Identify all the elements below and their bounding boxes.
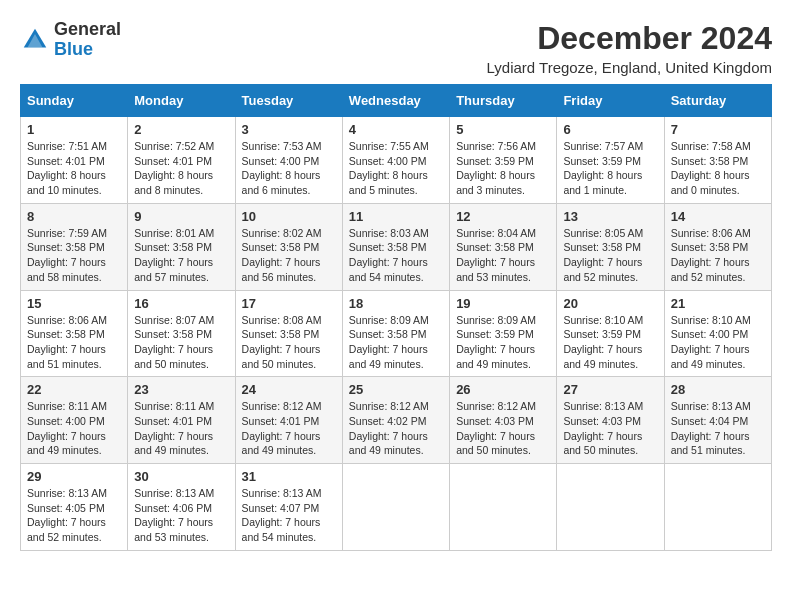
calendar-cell: 5Sunrise: 7:56 AMSunset: 3:59 PMDaylight… bbox=[450, 117, 557, 204]
calendar-cell bbox=[342, 464, 449, 551]
column-header-monday: Monday bbox=[128, 85, 235, 117]
calendar-cell: 26Sunrise: 8:12 AMSunset: 4:03 PMDayligh… bbox=[450, 377, 557, 464]
calendar-cell: 22Sunrise: 8:11 AMSunset: 4:00 PMDayligh… bbox=[21, 377, 128, 464]
day-info: Sunrise: 7:53 AMSunset: 4:00 PMDaylight:… bbox=[242, 139, 336, 198]
day-number: 8 bbox=[27, 209, 121, 224]
day-info: Sunrise: 8:03 AMSunset: 3:58 PMDaylight:… bbox=[349, 226, 443, 285]
day-info: Sunrise: 8:13 AMSunset: 4:05 PMDaylight:… bbox=[27, 486, 121, 545]
day-number: 28 bbox=[671, 382, 765, 397]
calendar-cell: 30Sunrise: 8:13 AMSunset: 4:06 PMDayligh… bbox=[128, 464, 235, 551]
logo-icon bbox=[20, 25, 50, 55]
logo: General Blue bbox=[20, 20, 121, 60]
day-number: 26 bbox=[456, 382, 550, 397]
day-number: 13 bbox=[563, 209, 657, 224]
day-info: Sunrise: 8:12 AMSunset: 4:02 PMDaylight:… bbox=[349, 399, 443, 458]
calendar-cell: 1Sunrise: 7:51 AMSunset: 4:01 PMDaylight… bbox=[21, 117, 128, 204]
title-section: December 2024 Lydiard Tregoze, England, … bbox=[487, 20, 772, 76]
day-number: 24 bbox=[242, 382, 336, 397]
day-number: 23 bbox=[134, 382, 228, 397]
calendar-cell: 19Sunrise: 8:09 AMSunset: 3:59 PMDayligh… bbox=[450, 290, 557, 377]
day-info: Sunrise: 7:55 AMSunset: 4:00 PMDaylight:… bbox=[349, 139, 443, 198]
calendar-cell: 18Sunrise: 8:09 AMSunset: 3:58 PMDayligh… bbox=[342, 290, 449, 377]
calendar-cell: 28Sunrise: 8:13 AMSunset: 4:04 PMDayligh… bbox=[664, 377, 771, 464]
calendar-cell: 7Sunrise: 7:58 AMSunset: 3:58 PMDaylight… bbox=[664, 117, 771, 204]
column-header-tuesday: Tuesday bbox=[235, 85, 342, 117]
day-info: Sunrise: 7:57 AMSunset: 3:59 PMDaylight:… bbox=[563, 139, 657, 198]
day-number: 16 bbox=[134, 296, 228, 311]
column-header-saturday: Saturday bbox=[664, 85, 771, 117]
day-info: Sunrise: 8:06 AMSunset: 3:58 PMDaylight:… bbox=[27, 313, 121, 372]
calendar-cell: 8Sunrise: 7:59 AMSunset: 3:58 PMDaylight… bbox=[21, 203, 128, 290]
day-number: 9 bbox=[134, 209, 228, 224]
calendar-cell: 4Sunrise: 7:55 AMSunset: 4:00 PMDaylight… bbox=[342, 117, 449, 204]
day-info: Sunrise: 8:13 AMSunset: 4:04 PMDaylight:… bbox=[671, 399, 765, 458]
logo-line1: General bbox=[54, 20, 121, 40]
calendar-cell: 29Sunrise: 8:13 AMSunset: 4:05 PMDayligh… bbox=[21, 464, 128, 551]
day-info: Sunrise: 7:56 AMSunset: 3:59 PMDaylight:… bbox=[456, 139, 550, 198]
column-header-sunday: Sunday bbox=[21, 85, 128, 117]
day-number: 22 bbox=[27, 382, 121, 397]
calendar-cell: 15Sunrise: 8:06 AMSunset: 3:58 PMDayligh… bbox=[21, 290, 128, 377]
day-info: Sunrise: 8:13 AMSunset: 4:03 PMDaylight:… bbox=[563, 399, 657, 458]
day-number: 19 bbox=[456, 296, 550, 311]
day-info: Sunrise: 8:12 AMSunset: 4:01 PMDaylight:… bbox=[242, 399, 336, 458]
day-info: Sunrise: 8:11 AMSunset: 4:01 PMDaylight:… bbox=[134, 399, 228, 458]
calendar-week-2: 8Sunrise: 7:59 AMSunset: 3:58 PMDaylight… bbox=[21, 203, 772, 290]
day-info: Sunrise: 8:12 AMSunset: 4:03 PMDaylight:… bbox=[456, 399, 550, 458]
day-info: Sunrise: 8:04 AMSunset: 3:58 PMDaylight:… bbox=[456, 226, 550, 285]
calendar-cell: 24Sunrise: 8:12 AMSunset: 4:01 PMDayligh… bbox=[235, 377, 342, 464]
logo-line2: Blue bbox=[54, 40, 121, 60]
calendar-week-4: 22Sunrise: 8:11 AMSunset: 4:00 PMDayligh… bbox=[21, 377, 772, 464]
calendar-cell: 14Sunrise: 8:06 AMSunset: 3:58 PMDayligh… bbox=[664, 203, 771, 290]
day-number: 17 bbox=[242, 296, 336, 311]
day-number: 27 bbox=[563, 382, 657, 397]
column-header-wednesday: Wednesday bbox=[342, 85, 449, 117]
calendar-cell bbox=[450, 464, 557, 551]
day-info: Sunrise: 8:06 AMSunset: 3:58 PMDaylight:… bbox=[671, 226, 765, 285]
day-number: 20 bbox=[563, 296, 657, 311]
day-number: 6 bbox=[563, 122, 657, 137]
logo-text: General Blue bbox=[54, 20, 121, 60]
day-number: 29 bbox=[27, 469, 121, 484]
day-number: 4 bbox=[349, 122, 443, 137]
day-number: 31 bbox=[242, 469, 336, 484]
calendar-cell: 23Sunrise: 8:11 AMSunset: 4:01 PMDayligh… bbox=[128, 377, 235, 464]
calendar-cell: 2Sunrise: 7:52 AMSunset: 4:01 PMDaylight… bbox=[128, 117, 235, 204]
day-info: Sunrise: 7:51 AMSunset: 4:01 PMDaylight:… bbox=[27, 139, 121, 198]
location-subtitle: Lydiard Tregoze, England, United Kingdom bbox=[487, 59, 772, 76]
day-number: 14 bbox=[671, 209, 765, 224]
calendar-cell: 11Sunrise: 8:03 AMSunset: 3:58 PMDayligh… bbox=[342, 203, 449, 290]
day-number: 11 bbox=[349, 209, 443, 224]
day-number: 7 bbox=[671, 122, 765, 137]
day-number: 2 bbox=[134, 122, 228, 137]
day-number: 10 bbox=[242, 209, 336, 224]
day-number: 30 bbox=[134, 469, 228, 484]
column-header-thursday: Thursday bbox=[450, 85, 557, 117]
calendar-cell bbox=[664, 464, 771, 551]
day-info: Sunrise: 8:11 AMSunset: 4:00 PMDaylight:… bbox=[27, 399, 121, 458]
page-header: General Blue December 2024 Lydiard Trego… bbox=[20, 20, 772, 76]
calendar-cell bbox=[557, 464, 664, 551]
calendar-cell: 17Sunrise: 8:08 AMSunset: 3:58 PMDayligh… bbox=[235, 290, 342, 377]
day-info: Sunrise: 8:07 AMSunset: 3:58 PMDaylight:… bbox=[134, 313, 228, 372]
day-info: Sunrise: 7:59 AMSunset: 3:58 PMDaylight:… bbox=[27, 226, 121, 285]
day-info: Sunrise: 8:02 AMSunset: 3:58 PMDaylight:… bbox=[242, 226, 336, 285]
day-number: 5 bbox=[456, 122, 550, 137]
day-number: 15 bbox=[27, 296, 121, 311]
calendar-week-3: 15Sunrise: 8:06 AMSunset: 3:58 PMDayligh… bbox=[21, 290, 772, 377]
day-info: Sunrise: 8:10 AMSunset: 4:00 PMDaylight:… bbox=[671, 313, 765, 372]
calendar-cell: 6Sunrise: 7:57 AMSunset: 3:59 PMDaylight… bbox=[557, 117, 664, 204]
column-header-friday: Friday bbox=[557, 85, 664, 117]
day-number: 12 bbox=[456, 209, 550, 224]
day-info: Sunrise: 7:58 AMSunset: 3:58 PMDaylight:… bbox=[671, 139, 765, 198]
calendar-week-5: 29Sunrise: 8:13 AMSunset: 4:05 PMDayligh… bbox=[21, 464, 772, 551]
calendar-header-row: SundayMondayTuesdayWednesdayThursdayFrid… bbox=[21, 85, 772, 117]
day-number: 3 bbox=[242, 122, 336, 137]
day-info: Sunrise: 8:13 AMSunset: 4:06 PMDaylight:… bbox=[134, 486, 228, 545]
day-info: Sunrise: 8:13 AMSunset: 4:07 PMDaylight:… bbox=[242, 486, 336, 545]
day-number: 25 bbox=[349, 382, 443, 397]
day-info: Sunrise: 8:10 AMSunset: 3:59 PMDaylight:… bbox=[563, 313, 657, 372]
day-number: 18 bbox=[349, 296, 443, 311]
day-info: Sunrise: 7:52 AMSunset: 4:01 PMDaylight:… bbox=[134, 139, 228, 198]
day-number: 21 bbox=[671, 296, 765, 311]
